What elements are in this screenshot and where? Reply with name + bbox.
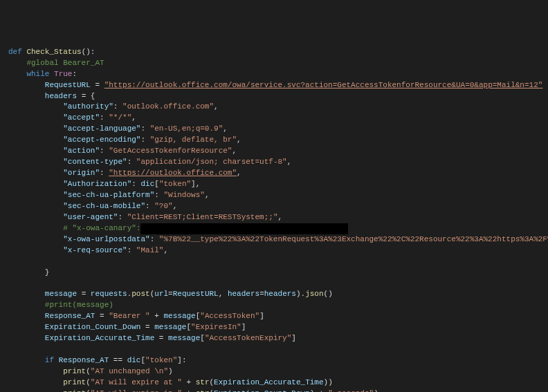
- code-line: [8, 278, 548, 289]
- header-key: "content-type": [63, 158, 127, 166]
- code-line: "action": "GetAccessTokenforResource",: [8, 146, 548, 157]
- header-val: "%7B%22__type%22%3A%22TokenRequest%3A%23…: [159, 235, 548, 243]
- code-line: Expiration_Count_Down = message["Expires…: [8, 322, 548, 333]
- header-val: "en-US,en;q=0.9": [150, 124, 223, 133]
- code-line: "content-type": "application/json; chars…: [8, 157, 548, 168]
- header-key: "x-owa-urlpostdata": [63, 235, 149, 243]
- keyword-while: while: [26, 70, 49, 78]
- keyword-def: def: [8, 48, 22, 56]
- code-line: headers = {: [8, 91, 548, 102]
- var-exp-accurate: Expiration_Accurate_Time: [45, 334, 154, 342]
- redacted-block: [140, 223, 348, 234]
- code-line: Response_AT = "Bearer " + message["Acces…: [8, 311, 548, 322]
- header-val: "*/*": [109, 113, 131, 122]
- code-line: # "x-owa-canary":: [8, 223, 548, 234]
- code-line: "user-agent": "Client=REST;Client=RESTSy…: [8, 212, 548, 223]
- code-line: "authority": "outlook.office.com",: [8, 102, 548, 113]
- header-key: "Authorization": [63, 180, 131, 188]
- header-key: "x-req-source": [63, 246, 127, 254]
- header-val: "?0": [154, 202, 172, 210]
- header-key: "sec-ch-ua-mobile": [63, 202, 145, 210]
- header-key: "user-agent": [63, 213, 118, 221]
- header-key: "action": [63, 147, 100, 155]
- header-key: "origin": [63, 169, 100, 177]
- comment-canary: # "x-owa-canary":: [63, 224, 140, 232]
- var-message: message: [45, 290, 77, 298]
- code-line: while True:: [8, 69, 548, 80]
- var-request-url: RequestURL: [45, 81, 91, 89]
- code-line: "sec-ch-ua-platform": "Windows",: [8, 190, 548, 201]
- string-url: "https://outlook.office.com/owa/service.…: [104, 81, 543, 89]
- header-val: "outlook.office.com": [122, 102, 214, 111]
- code-line: "Authorization": dic["token"],: [8, 179, 548, 190]
- header-val: "Mail": [136, 246, 164, 254]
- header-val: "GetAccessTokenforResource": [109, 147, 232, 155]
- keyword-true: True: [54, 70, 72, 78]
- code-line: "x-req-source": "Mail",: [8, 245, 548, 256]
- header-key: "accept-language": [63, 124, 140, 133]
- header-val: "Client=REST;Client=RESTSystem;;": [127, 213, 278, 221]
- code-line: "accept-language": "en-US,en;q=0.9",: [8, 124, 548, 135]
- code-line: Expiration_Accurate_Time = message["Acce…: [8, 333, 548, 344]
- print-call: print: [63, 367, 86, 375]
- code-line: }: [8, 268, 548, 279]
- code-line: [8, 344, 548, 355]
- header-val: "gzip, deflate, br": [150, 136, 237, 144]
- parens: ():: [82, 48, 95, 56]
- code-line: "x-owa-urlpostdata": "%7B%22__type%22%3A…: [8, 234, 548, 245]
- code-line: #global Bearer_AT: [8, 58, 548, 69]
- header-key: "authority": [63, 102, 113, 111]
- header-val: "Windows": [163, 191, 204, 199]
- code-line: "origin": "https://outlook.office.com",: [8, 168, 548, 179]
- header-key: "accept-encoding": [63, 136, 140, 144]
- code-line: def Check_Status():: [8, 47, 548, 58]
- code-line: print("AT unchanged \n"): [8, 366, 548, 377]
- code-line: message = requests.post(url=RequestURL, …: [8, 289, 548, 300]
- header-val: "application/json; charset=utf-8": [136, 158, 287, 166]
- var-exp-countdown: Expiration_Count_Down: [45, 323, 141, 331]
- var-response-at: Response_AT: [45, 312, 95, 320]
- code-line: RequestURL = "https://outlook.office.com…: [8, 80, 548, 91]
- code-line: print("AT will expire at " + str(Expirat…: [8, 377, 548, 389]
- comment: #global Bearer_AT: [26, 59, 104, 67]
- code-line: if Response_AT == dic["token"]:: [8, 355, 548, 366]
- comment: #print(message): [45, 301, 113, 309]
- code-line: "accept-encoding": "gzip, deflate, br",: [8, 135, 548, 146]
- keyword-if: if: [45, 356, 54, 364]
- code-line: "sec-ch-ua-mobile": "?0",: [8, 201, 548, 212]
- code-line: #print(message): [8, 300, 548, 311]
- code-line: [8, 256, 548, 268]
- code-line: "accept": "*/*",: [8, 113, 548, 124]
- header-val: "https://outlook.office.com": [109, 169, 237, 177]
- var-headers: headers: [45, 92, 77, 100]
- function-name: Check_Status: [26, 48, 81, 56]
- header-key: "sec-ch-ua-platform": [63, 191, 154, 199]
- code-editor: def Check_Status(): #global Bearer_AT wh…: [8, 47, 548, 392]
- code-line: print("AT will expire in " + str(Expirat…: [8, 389, 548, 392]
- dic-ref: dic: [140, 180, 154, 188]
- header-key: "accept": [63, 113, 100, 122]
